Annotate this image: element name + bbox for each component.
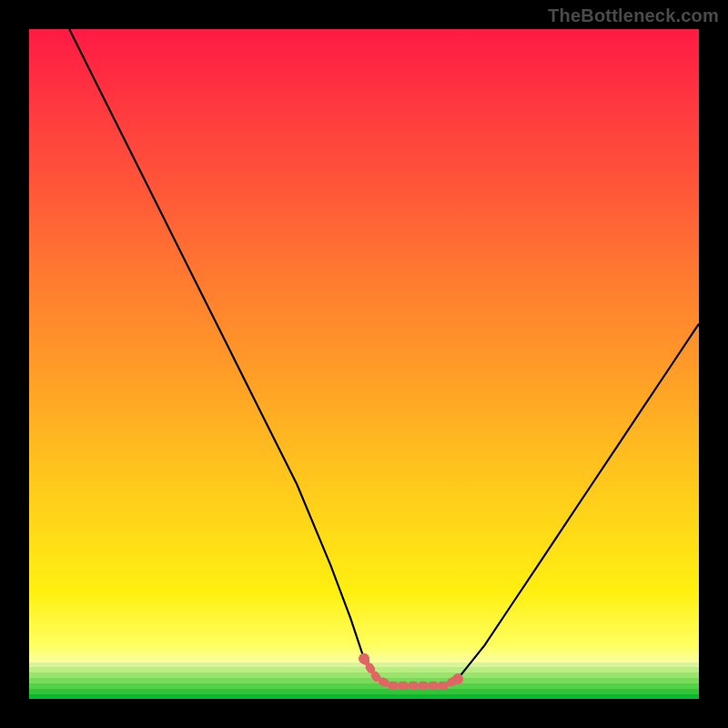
highlight-endpoint-right [452,673,463,684]
bottleneck-curve [69,29,699,685]
flat-bottom-highlight [364,659,458,686]
chart-frame: TheBottleneck.com [0,0,728,728]
watermark-label: TheBottleneck.com [548,5,719,26]
plot-area [29,29,699,699]
curve-svg [29,29,699,699]
highlight-endpoint-left [359,653,369,664]
